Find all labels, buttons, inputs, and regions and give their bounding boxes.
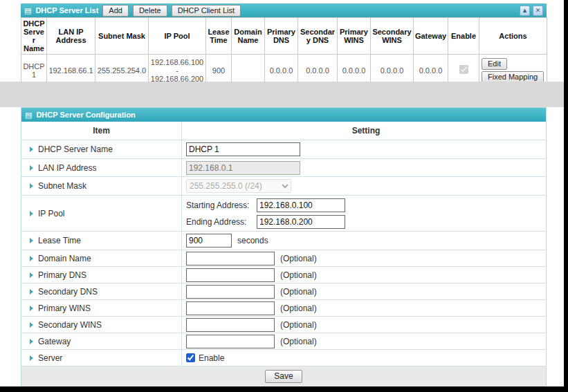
secondary-wins-note: (Optional) — [280, 320, 317, 330]
gateway-input[interactable] — [186, 335, 275, 348]
starting-address-label: Starting Address: — [186, 200, 257, 210]
dhcp-server-list-panel: ▤ DHCP Server List Add Delete DHCP Clien… — [21, 3, 547, 86]
arrow-icon — [30, 147, 33, 152]
row-dhcp-server-name: DHCP Server Name — [21, 140, 546, 158]
dhcp-server-configuration-titlebar: ▤ DHCP Server Configuration — [21, 108, 546, 122]
dhcp-server-configuration-title: DHCP Server Configuration — [36, 111, 135, 119]
arrow-icon — [30, 322, 33, 328]
fixed-mapping-button[interactable]: Fixed Mapping — [482, 71, 544, 83]
primary-wins-note: (Optional) — [280, 304, 317, 313]
config-header-row: Item Setting — [21, 122, 546, 140]
arrow-icon — [30, 339, 33, 344]
row-ip-pool: IP Pool Starting Address: Ending Address… — [21, 195, 546, 231]
config-header-setting: Setting — [182, 126, 546, 136]
lease-time-suffix: seconds — [237, 236, 268, 245]
gateway-note: (Optional) — [280, 337, 317, 346]
col-ip-pool: IP Pool — [149, 18, 206, 55]
titlebar-window-controls: ▲ ✕ — [520, 6, 543, 16]
dhcp-server-list-titlebar: ▤ DHCP Server List Add Delete DHCP Clien… — [21, 3, 547, 17]
col-primary-wins: Primary WINS — [338, 18, 371, 55]
secondary-wins-input[interactable] — [186, 318, 275, 332]
list-header-row: DHCP Server Name LAN IP Address Subnet M… — [21, 18, 547, 55]
edit-button[interactable]: Edit — [482, 58, 507, 70]
lan-ip-address-label: LAN IP Address — [38, 163, 97, 173]
primary-dns-note: (Optional) — [280, 270, 317, 280]
col-secondary-dns: Secondary DNS — [298, 18, 338, 55]
server-label: Server — [38, 353, 62, 363]
col-gateway: Gateway — [414, 18, 448, 55]
row-gateway: Gateway (Optional) — [21, 333, 546, 349]
delete-button[interactable]: Delete — [133, 5, 167, 17]
section-separator — [0, 82, 564, 107]
row-lan-ip-address: LAN IP Address — [21, 158, 546, 176]
gateway-label: Gateway — [38, 337, 71, 346]
arrow-icon — [30, 256, 33, 261]
col-actions: Actions — [479, 18, 547, 55]
collapse-icon[interactable]: ▲ — [520, 6, 530, 16]
add-button[interactable]: Add — [102, 5, 129, 17]
dhcp-server-list-table: DHCP Server Name LAN IP Address Subnet M… — [21, 17, 547, 86]
save-button[interactable]: Save — [265, 370, 302, 383]
ending-address-input[interactable] — [257, 215, 345, 229]
row-domain-name: Domain Name (Optional) — [21, 250, 546, 266]
save-strip: Save — [21, 366, 546, 386]
row-secondary-dns: Secondary DNS (Optional) — [21, 283, 546, 299]
arrow-icon — [30, 238, 33, 243]
lease-time-label: Lease Time — [38, 236, 81, 245]
row-primary-dns: Primary DNS (Optional) — [21, 266, 546, 283]
domain-name-note: (Optional) — [280, 254, 317, 263]
close-icon[interactable]: ✕ — [533, 6, 543, 16]
lan-ip-address-input — [186, 161, 300, 175]
col-lease-time: Lease Time — [206, 18, 232, 55]
domain-name-input[interactable] — [186, 252, 275, 265]
page: ▤ DHCP Server List Add Delete DHCP Clien… — [0, 0, 564, 386]
arrow-icon — [30, 165, 33, 171]
col-domain-name: Domain Name — [232, 18, 265, 55]
col-secondary-wins: Secondary WINS — [371, 18, 414, 55]
primary-wins-label: Primary WINS — [38, 304, 91, 313]
dhcp-server-configuration-panel: ▤ DHCP Server Configuration Item Setting… — [21, 107, 547, 386]
arrow-icon — [30, 289, 33, 295]
secondary-dns-note: (Optional) — [280, 287, 317, 297]
config-panel-icon: ▤ — [25, 111, 32, 119]
subnet-mask-label: Subnet Mask — [38, 181, 86, 191]
subnet-mask-select: 255.255.255.0 (/24) — [186, 179, 291, 193]
primary-dns-label: Primary DNS — [38, 270, 86, 280]
starting-address-input[interactable] — [257, 198, 345, 212]
arrow-icon — [30, 211, 33, 216]
arrow-icon — [30, 183, 33, 189]
row-secondary-wins: Secondary WINS (Optional) — [21, 316, 546, 333]
col-subnet-mask: Subnet Mask — [95, 18, 149, 55]
domain-name-label: Domain Name — [38, 254, 91, 263]
dhcp-server-list-title: DHCP Server List — [35, 6, 98, 15]
row-primary-wins: Primary WINS (Optional) — [21, 299, 546, 316]
col-enable: Enable — [448, 18, 479, 55]
ending-address-label: Ending Address: — [186, 217, 257, 227]
arrow-icon — [30, 272, 33, 278]
row-subnet-mask: Subnet Mask 255.255.255.0 (/24) — [21, 176, 546, 195]
dhcp-server-name-label: DHCP Server Name — [38, 144, 113, 154]
col-lan-ip-address: LAN IP Address — [47, 18, 95, 55]
server-enable-checkbox[interactable] — [186, 353, 195, 362]
primary-dns-input[interactable] — [186, 268, 275, 282]
dhcp-client-list-button[interactable]: DHCP Client List — [172, 5, 241, 17]
col-primary-dns: Primary DNS — [265, 18, 298, 55]
list-panel-icon: ▤ — [24, 7, 31, 15]
secondary-wins-label: Secondary WINS — [38, 320, 102, 330]
secondary-dns-label: Secondary DNS — [38, 287, 98, 297]
secondary-dns-input[interactable] — [186, 285, 275, 299]
col-dhcp-server-name: DHCP Server Name — [21, 18, 47, 55]
row-enable-checkbox — [459, 65, 468, 74]
arrow-icon — [30, 306, 33, 311]
dhcp-server-name-input[interactable] — [186, 142, 300, 156]
row-lease-time: Lease Time seconds — [21, 231, 546, 250]
lease-time-input[interactable] — [186, 234, 232, 248]
row-server: Server Enable — [21, 349, 546, 366]
server-enable-label: Enable — [199, 353, 224, 363]
ip-pool-label: IP Pool — [38, 209, 64, 218]
arrow-icon — [30, 355, 33, 361]
primary-wins-input[interactable] — [186, 301, 275, 315]
config-header-item: Item — [21, 122, 182, 140]
